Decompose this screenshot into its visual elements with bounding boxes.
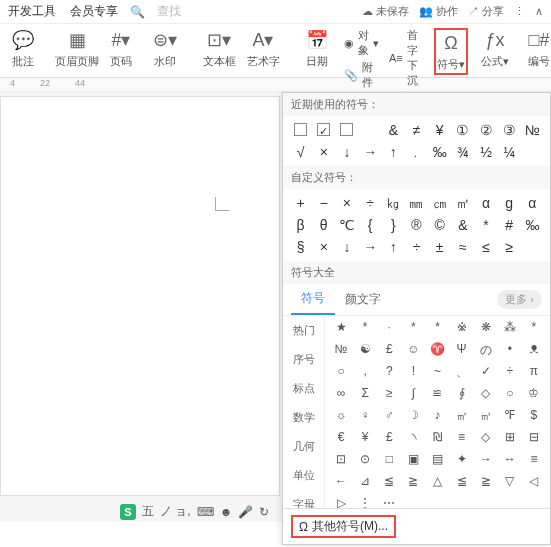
grid-symbol[interactable]: π xyxy=(522,364,546,386)
recent-symbol[interactable]: ¼ xyxy=(498,142,521,162)
grid-symbol[interactable]: ∫ xyxy=(401,386,425,408)
category-item[interactable]: 数学 xyxy=(283,403,324,432)
grid-symbol[interactable]: ÷ xyxy=(498,364,522,386)
custom-symbol[interactable]: + xyxy=(289,193,312,213)
grid-symbol[interactable]: $ xyxy=(522,408,546,430)
date-button[interactable]: 📅日期 xyxy=(300,28,334,69)
recent-symbol[interactable]: ¥ xyxy=(428,120,451,140)
grid-symbol[interactable]: ♔ xyxy=(522,386,546,408)
recent-symbol[interactable]: ③ xyxy=(498,120,521,140)
recent-symbol[interactable]: ≠ xyxy=(405,120,428,140)
grid-symbol[interactable]: ↔ xyxy=(498,452,522,474)
custom-symbol[interactable]: ≥ xyxy=(498,237,521,257)
grid-symbol[interactable]: ⊿ xyxy=(353,474,377,496)
grid-symbol[interactable]: ≦ xyxy=(450,474,474,496)
custom-symbol[interactable]: ㎡ xyxy=(451,193,474,213)
custom-symbol[interactable]: ≈ xyxy=(451,237,474,257)
category-item[interactable]: 字母 xyxy=(283,490,324,508)
grid-symbol[interactable]: ☯ xyxy=(353,342,377,364)
custom-symbol[interactable]: β xyxy=(289,215,312,235)
grid-symbol[interactable]: ▤ xyxy=(425,452,449,474)
recent-symbol[interactable]: & xyxy=(382,120,405,140)
recent-symbol[interactable]: ② xyxy=(474,120,497,140)
grid-symbol[interactable]: ▷ xyxy=(329,496,353,508)
custom-symbol[interactable]: ‰ xyxy=(521,215,544,235)
grid-symbol[interactable]: ≧ xyxy=(474,474,498,496)
custom-symbol[interactable]: × xyxy=(335,193,358,213)
formula-button[interactable]: ƒx公式▾ xyxy=(478,28,512,69)
custom-symbol[interactable]: ® xyxy=(405,215,428,235)
tab-emoji[interactable]: 颜文字 xyxy=(335,285,391,314)
grid-symbol[interactable]: ◇ xyxy=(474,386,498,408)
grid-symbol[interactable]: ≦ xyxy=(377,474,401,496)
wordart-button[interactable]: A▾艺术字 xyxy=(246,28,280,69)
tab-vip[interactable]: 会员专享 xyxy=(70,3,118,20)
search-icon[interactable]: 🔍 xyxy=(130,5,145,19)
custom-symbol[interactable]: ≤ xyxy=(474,237,497,257)
category-item[interactable]: 标点 xyxy=(283,374,324,403)
dropcap-button[interactable]: A≡ 首字下沉 xyxy=(389,28,424,88)
menu-icon[interactable]: ⋮ xyxy=(514,5,525,18)
custom-symbol[interactable]: g xyxy=(498,193,521,213)
grid-symbol[interactable]: ≥ xyxy=(377,386,401,408)
grid-symbol[interactable]: ☺ xyxy=(401,342,425,364)
grid-symbol[interactable]: * xyxy=(353,320,377,342)
grid-symbol[interactable]: ? xyxy=(377,364,401,386)
recent-symbol[interactable]: ① xyxy=(451,120,474,140)
grid-symbol[interactable]: ☽ xyxy=(401,408,425,430)
tab-devtools[interactable]: 开发工具 xyxy=(8,3,56,20)
tab-symbol[interactable]: 符号 xyxy=(291,284,335,315)
grid-symbol[interactable]: ∮ xyxy=(450,386,474,408)
grid-symbol[interactable]: ℉ xyxy=(498,408,522,430)
custom-symbol[interactable]: ㎜ xyxy=(405,193,428,213)
custom-symbol[interactable]: & xyxy=(451,215,474,235)
grid-symbol[interactable]: Ψ xyxy=(450,342,474,364)
recent-symbol[interactable] xyxy=(312,120,335,140)
grid-symbol[interactable]: ≌ xyxy=(425,386,449,408)
custom-symbol[interactable]: ↓ xyxy=(335,237,358,257)
comment-button[interactable]: 💬批注 xyxy=(6,28,40,69)
collab-button[interactable]: 👥 协作 xyxy=(419,4,458,19)
recent-symbol[interactable]: ↓ xyxy=(335,142,358,162)
more-symbols-button[interactable]: Ω 其他符号(M)... xyxy=(283,508,550,544)
custom-symbol[interactable]: − xyxy=(312,193,335,213)
recent-symbol[interactable]: ¾ xyxy=(451,142,474,162)
grid-symbol[interactable]: € xyxy=(329,430,353,452)
recent-symbol[interactable]: √ xyxy=(289,142,312,162)
grid-symbol[interactable]: ⊙ xyxy=(353,452,377,474)
grid-symbol[interactable]: ◁ xyxy=(522,474,546,496)
grid-symbol[interactable]: * xyxy=(522,320,546,342)
custom-symbol[interactable]: → xyxy=(359,237,382,257)
category-item[interactable]: 几何 xyxy=(283,432,324,461)
recent-symbol[interactable] xyxy=(359,120,382,140)
grid-symbol[interactable]: № xyxy=(329,342,353,364)
document-page[interactable] xyxy=(0,96,280,496)
grid-symbol[interactable]: ⊡ xyxy=(329,452,353,474)
grid-symbol[interactable]: • xyxy=(498,342,522,364)
custom-symbol[interactable]: θ xyxy=(312,215,335,235)
grid-symbol[interactable]: ㎥ xyxy=(474,408,498,430)
textbox-button[interactable]: ⊡▾文本框 xyxy=(202,28,236,69)
grid-symbol[interactable]: ❋ xyxy=(474,320,498,342)
grid-symbol[interactable]: ₪ xyxy=(425,430,449,452)
grid-symbol[interactable]: ≡ xyxy=(450,430,474,452)
recent-symbol[interactable]: ﹒ xyxy=(405,142,428,162)
grid-symbol[interactable]: ৲ xyxy=(401,430,425,452)
grid-symbol[interactable]: ※ xyxy=(450,320,474,342)
header-footer-button[interactable]: ▦页眉页脚 xyxy=(60,28,94,69)
grid-symbol[interactable]: □ xyxy=(377,452,401,474)
custom-symbol[interactable]: # xyxy=(498,215,521,235)
category-item[interactable]: 序号 xyxy=(283,345,324,374)
grid-symbol[interactable]: ← xyxy=(329,474,353,496)
custom-symbol[interactable]: ℃ xyxy=(335,215,358,235)
custom-symbol[interactable]: * xyxy=(474,215,497,235)
grid-symbol[interactable]: の xyxy=(474,342,498,364)
grid-symbol[interactable]: ! xyxy=(401,364,425,386)
grid-symbol[interactable]: £ xyxy=(377,430,401,452)
attachment-button[interactable]: 📎 附件 xyxy=(344,60,379,90)
grid-symbol[interactable]: ≧ xyxy=(401,474,425,496)
grid-symbol[interactable]: ▽ xyxy=(498,474,522,496)
grid-symbol[interactable]: £ xyxy=(377,342,401,364)
page-number-button[interactable]: #▾页码 xyxy=(104,28,138,69)
grid-symbol[interactable]: ⋮ xyxy=(353,496,377,508)
